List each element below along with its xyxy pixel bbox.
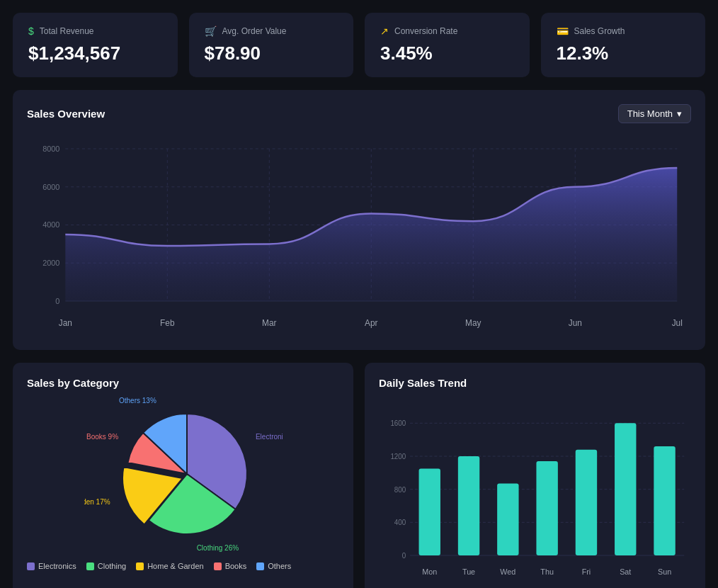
metric-card-0: $ Total Revenue $1,234,567 xyxy=(13,13,178,77)
legend-item: Electronics xyxy=(27,562,76,570)
svg-text:Clothing 26%: Clothing 26% xyxy=(196,544,239,552)
legend-item: Books xyxy=(214,562,247,570)
daily-sales-card: Daily Sales Trend 040080012001600MonTueW… xyxy=(365,363,705,588)
svg-text:Feb: Feb xyxy=(160,318,175,328)
metric-value-2: 3.45% xyxy=(380,43,514,64)
legend-item: Home & Garden xyxy=(136,562,203,570)
svg-rect-39 xyxy=(458,456,479,555)
svg-text:Jan: Jan xyxy=(59,318,72,328)
metric-card-3: 💳 Sales Growth 12.3% xyxy=(541,13,706,77)
metric-card-2: ↗ Conversion Rate 3.45% xyxy=(365,13,530,77)
metric-label-0: Total Revenue xyxy=(40,26,94,36)
svg-text:Electronics 35%: Electronics 35% xyxy=(255,433,282,441)
svg-text:8000: 8000 xyxy=(42,145,59,153)
bottom-row: Sales by Category Electronics 35%Clothin… xyxy=(13,363,705,588)
svg-text:Sat: Sat xyxy=(620,567,631,576)
svg-text:Fri: Fri xyxy=(582,567,591,576)
chevron-down-icon: ▾ xyxy=(677,108,682,119)
svg-text:Apr: Apr xyxy=(365,318,377,328)
svg-text:May: May xyxy=(465,318,481,328)
svg-rect-43 xyxy=(536,461,557,555)
daily-sales-title: Daily Sales Trend xyxy=(379,377,691,389)
time-period-dropdown[interactable]: This Month ▾ xyxy=(618,104,691,123)
pie-legend: ElectronicsClothingHome & GardenBooksOth… xyxy=(27,562,339,570)
sales-overview-card: Sales Overview This Month ▾ 020004000600… xyxy=(13,90,705,350)
metric-value-1: $78.90 xyxy=(205,43,338,64)
category-card: Sales by Category Electronics 35%Clothin… xyxy=(13,363,353,588)
legend-item: Clothing xyxy=(86,562,126,570)
svg-text:Tue: Tue xyxy=(462,567,475,576)
svg-text:Mar: Mar xyxy=(262,318,276,328)
svg-text:Jul: Jul xyxy=(672,318,683,328)
metric-icon-3: 💳 xyxy=(557,26,569,37)
svg-text:Sun: Sun xyxy=(658,567,671,576)
svg-text:Jun: Jun xyxy=(569,318,582,328)
legend-item: Others xyxy=(256,562,291,570)
svg-text:2000: 2000 xyxy=(42,259,59,267)
svg-text:0: 0 xyxy=(55,297,59,305)
metric-icon-1: 🛒 xyxy=(205,26,217,37)
metric-card-1: 🛒 Avg. Order Value $78.90 xyxy=(189,13,354,77)
svg-text:800: 800 xyxy=(394,486,406,494)
metric-value-0: $1,234,567 xyxy=(28,43,162,64)
line-chart-container: 02000400060008000JanFebMarAprMayJunJul xyxy=(27,135,691,336)
svg-rect-47 xyxy=(615,423,636,555)
svg-text:1600: 1600 xyxy=(390,419,406,427)
dropdown-label: This Month xyxy=(627,108,673,119)
svg-text:1200: 1200 xyxy=(390,453,406,460)
metric-cards: $ Total Revenue $1,234,567 🛒 Avg. Order … xyxy=(13,13,705,77)
sales-overview-title: Sales Overview xyxy=(27,108,105,120)
metric-label-3: Sales Growth xyxy=(574,26,625,36)
svg-text:Thu: Thu xyxy=(540,567,554,576)
svg-rect-37 xyxy=(419,469,440,556)
svg-rect-45 xyxy=(576,450,597,555)
svg-text:Wed: Wed xyxy=(500,567,515,576)
svg-text:0: 0 xyxy=(402,552,406,560)
svg-rect-49 xyxy=(654,446,675,555)
svg-rect-41 xyxy=(497,484,518,556)
metric-label-2: Conversion Rate xyxy=(394,26,457,36)
metric-value-3: 12.3% xyxy=(557,43,690,64)
svg-text:6000: 6000 xyxy=(42,183,59,191)
svg-text:Others 13%: Others 13% xyxy=(118,397,156,405)
svg-text:4000: 4000 xyxy=(42,220,59,229)
svg-text:400: 400 xyxy=(394,519,406,526)
metric-label-1: Avg. Order Value xyxy=(222,26,287,36)
category-title: Sales by Category xyxy=(27,377,339,389)
svg-text:Home & Garden 17%: Home & Garden 17% xyxy=(84,498,110,506)
svg-text:Books 9%: Books 9% xyxy=(86,433,118,441)
metric-icon-0: $ xyxy=(28,26,34,37)
svg-text:Mon: Mon xyxy=(422,567,437,576)
metric-icon-2: ↗ xyxy=(380,26,389,37)
